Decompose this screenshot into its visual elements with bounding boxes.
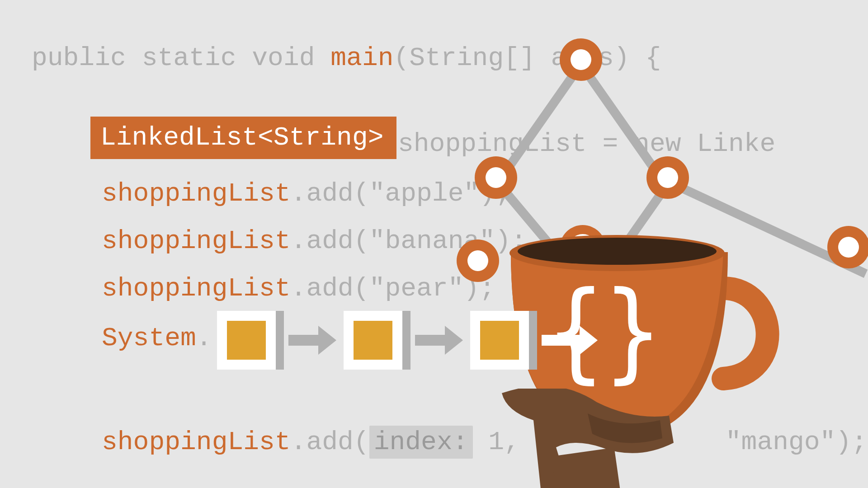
code-signature: (String[] args) { [394,43,661,73]
code-call: .add( [291,427,369,457]
code-var: shoppingList [398,129,602,159]
code-call: .add( [291,179,369,208]
linked-list-node-next [402,311,410,370]
code-var: shoppingList [102,274,291,303]
linked-list-node-next [529,311,537,370]
code-string: "pear" [369,274,464,303]
code-line-2-rest: shoppingList = new Linke [398,131,775,157]
graph-node [827,226,868,268]
code-call: .add( [291,226,369,256]
code-string: "apple" [369,179,480,208]
hand-icon [479,389,732,488]
code-var: shoppingList [102,226,291,256]
graph-node [560,38,602,81]
code-line-3: shoppingList.add("apple"); [102,181,511,207]
code-var: shoppingList [102,179,291,208]
parameter-hint-index: index: [369,426,473,459]
code-line-6: System. [102,325,212,352]
code-line-5: shoppingList.add("pear"); [102,276,495,302]
graph-node [646,156,689,199]
code-end: ); [835,427,867,457]
linked-list-node [217,311,276,370]
code-method-main: main [330,43,393,73]
highlighted-type-linkedlist: LinkedList<String> [90,117,396,159]
course-thumbnail: public static void main(String[] args) {… [0,0,868,488]
linked-list-node-next [276,311,284,370]
svg-point-1 [518,238,717,265]
svg-rect-2 [552,448,624,488]
code-keyword: public static void [32,43,330,73]
highlight-text: LinkedList<String> [100,123,384,152]
code-class: System [102,324,196,353]
linked-list-node [344,311,402,370]
graph-node [475,156,517,199]
curly-braces-icon: {} [547,277,661,386]
code-var: shoppingList [102,427,291,457]
code-call: .add( [291,274,369,303]
linked-list-node [470,311,529,370]
code-dot: . [196,324,212,353]
